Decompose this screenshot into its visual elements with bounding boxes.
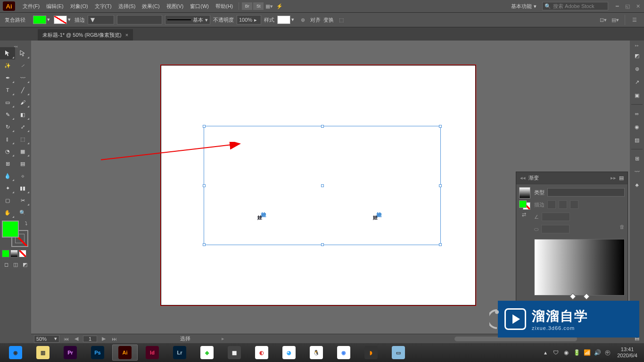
gradient-tool[interactable]: ▤ (15, 157, 30, 170)
window-restore[interactable]: ◱ (624, 3, 631, 9)
draw-inside[interactable]: ◩ (21, 260, 29, 269)
width-tool[interactable]: ⫿ (0, 133, 15, 145)
menu-select[interactable]: 选择(S) (116, 1, 139, 11)
arrange-icon[interactable]: ▦▾ (264, 1, 274, 11)
menu-effect[interactable]: 效果(C) (139, 1, 162, 11)
rectangle-tool[interactable]: ▭ (0, 96, 15, 108)
tray-ime-icon[interactable]: ㊥ (604, 349, 611, 356)
taskbar-app-qq[interactable]: 🐧 (304, 345, 329, 361)
window-minimize[interactable]: ━ (614, 3, 620, 9)
delete-stop-icon[interactable]: 🗑 (619, 224, 625, 230)
tray-security-icon[interactable]: 🛡 (552, 349, 560, 356)
stock-icon[interactable]: St (253, 2, 264, 10)
var-width-dd[interactable] (117, 15, 162, 25)
bridge-icon[interactable]: Br (242, 2, 252, 10)
tray-battery-icon[interactable]: 🔋 (573, 349, 580, 356)
lasso-tool[interactable]: ⟋ (15, 59, 30, 72)
tray-app-icon[interactable]: ◉ (562, 349, 570, 356)
window-close[interactable]: ✕ (635, 3, 641, 9)
stroke-grad-btn1[interactable] (547, 200, 556, 209)
gradient-aspect-input[interactable] (541, 225, 570, 233)
transform-panel-icon[interactable]: ▤▾ (611, 15, 620, 25)
graph-tool[interactable]: ▮▮ (15, 182, 30, 194)
blend-tool[interactable]: ⟐ (15, 170, 30, 182)
align-link[interactable]: 对齐 (310, 16, 321, 24)
nav-prev[interactable]: ◀ (73, 336, 80, 342)
nav-first[interactable]: ⏮ (62, 336, 70, 342)
isolate-icon[interactable]: ⬚ (337, 15, 346, 25)
color-mode-gradient[interactable] (10, 250, 18, 257)
swap-fill-stroke-icon[interactable]: ⤵ (25, 221, 27, 226)
taskbar-app-app5[interactable]: ◗ (358, 345, 384, 361)
gradient-editor[interactable] (534, 239, 625, 296)
close-tab-icon[interactable]: × (125, 32, 128, 38)
direct-selection-tool[interactable] (15, 47, 30, 59)
style-swatch[interactable] (277, 16, 290, 24)
color-mode-none[interactable] (19, 250, 26, 257)
search-stock[interactable]: 🔍搜索 Adobe Stock (542, 2, 608, 10)
fill-stroke-control[interactable]: ⤵ (2, 221, 28, 247)
menu-object[interactable]: 对象(O) (67, 1, 91, 11)
draw-normal[interactable]: ◻ (2, 260, 10, 269)
fill-swatch[interactable] (33, 16, 46, 24)
shape-builder-tool[interactable]: ◔ (0, 145, 15, 157)
stroke-weight-dd[interactable]: ⯆ (88, 15, 114, 25)
gpu-icon[interactable]: ⚡ (275, 1, 284, 11)
stroke-grad-btn3[interactable] (570, 200, 578, 209)
menu-file[interactable]: 文件(F) (20, 1, 42, 11)
workspace-switcher[interactable]: 基本功能▾ (506, 1, 541, 11)
taskbar-app-lightroom[interactable]: Lr (167, 345, 192, 361)
color-mode-solid[interactable] (2, 250, 9, 257)
swatches-panel-icon[interactable]: ⊞ (632, 153, 642, 164)
gradient-fill-stroke[interactable] (519, 200, 530, 210)
taskbar-app-app3[interactable]: ◐ (249, 345, 274, 361)
taskbar-app-premiere[interactable]: Pr (58, 345, 83, 361)
panel-collapse-icon[interactable]: ▸▸ (611, 175, 616, 181)
mesh-tool[interactable]: ⊞ (0, 157, 15, 170)
taskbar-app-notes[interactable]: ▭ (386, 345, 411, 361)
curvature-tool[interactable]: 〰 (15, 72, 30, 84)
taskbar-app-app2[interactable]: ▦ (222, 345, 247, 361)
eraser-tool[interactable]: ◧ (15, 108, 30, 121)
cc-panel-icon[interactable]: ∞ (632, 108, 642, 119)
taskbar-app-explorer[interactable]: ▥ (30, 345, 56, 361)
taskbar-clock[interactable]: 13:41 2020/6/4 (613, 346, 641, 359)
pen-tool[interactable]: ✒ (0, 72, 15, 84)
document-tab[interactable]: 未标题-1* @ 50% (RGB/像素预览) × (38, 29, 133, 41)
menu-window[interactable]: 窗口(W) (187, 1, 212, 11)
taskbar-app-photoshop[interactable]: Ps (85, 345, 110, 361)
transform-link[interactable]: 变换 (323, 16, 334, 24)
type-tool[interactable]: T (0, 84, 15, 96)
taskbar-app-illustrator[interactable]: Ai (112, 345, 138, 361)
opacity-dd[interactable]: 100%▸ (237, 15, 261, 25)
paintbrush-tool[interactable]: 🖌 (15, 96, 30, 108)
gradient-type-select[interactable] (547, 188, 625, 197)
menu-help[interactable]: 帮助(H) (213, 1, 236, 11)
align-to-icon[interactable]: ⊡▾ (598, 15, 608, 25)
nav-last[interactable]: ⏭ (110, 336, 118, 342)
shaper-tool[interactable]: ✎ (0, 108, 15, 121)
draw-behind[interactable]: ◫ (11, 260, 20, 269)
libraries-panel-icon[interactable]: ⊛ (632, 64, 642, 74)
zoom-tool[interactable]: 🔍 (15, 206, 30, 219)
nav-next[interactable]: ▶ (100, 336, 107, 342)
taskbar-app-app1[interactable]: ◆ (194, 345, 220, 361)
panel-menu-icon[interactable]: ▤ (619, 175, 624, 181)
perspective-tool[interactable]: ▦ (15, 145, 30, 157)
scale-tool[interactable]: ⤢ (15, 121, 30, 133)
color-panel-icon[interactable]: ◉ (632, 122, 642, 132)
selection-tool[interactable] (0, 47, 15, 59)
reverse-gradient-icon[interactable]: ⇄ (519, 212, 528, 219)
gradient-preview[interactable] (519, 187, 530, 198)
properties-panel-icon[interactable]: ◩ (632, 50, 642, 61)
zoom-dropdown[interactable]: 50%▾ (34, 335, 59, 343)
stroke-swatch[interactable] (54, 16, 67, 24)
artboard-number[interactable]: 1 (83, 336, 97, 342)
eyedropper-tool[interactable]: 💧 (0, 170, 15, 182)
hand-tool[interactable]: ✋ (0, 206, 15, 219)
menu-type[interactable]: 文字(T) (92, 1, 115, 11)
selected-object[interactable]: 娃娃 娃娃 (206, 128, 439, 243)
taskbar-app-browser[interactable]: ◉ (3, 345, 28, 361)
stroke-grad-btn2[interactable] (559, 200, 567, 209)
artboard-tool[interactable]: ▢ (0, 194, 15, 206)
